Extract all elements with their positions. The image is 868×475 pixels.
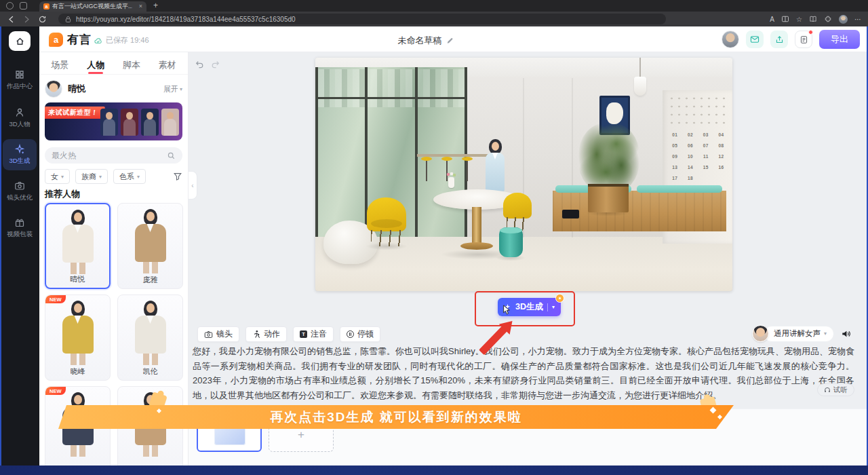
sidebar-item-3d-characters[interactable]: 3D人物 [3,102,37,134]
character-figure [46,208,109,276]
edit-pencil-icon[interactable] [446,37,454,45]
sidebar-item-label: 3D生成 [9,157,30,166]
promo-banner[interactable]: 来试试新造型！ [45,102,182,140]
tab-close-icon[interactable]: × [139,3,142,10]
camera-icon [204,330,213,339]
promo-thumb[interactable] [121,109,138,136]
favorites-star-icon[interactable]: ☆ [796,16,802,23]
titlebar-profile-icon[interactable] [6,2,14,10]
character-card-kailun[interactable]: 凯伦 [117,294,183,381]
voice-label: 通用讲解女声 [774,328,821,339]
url-input[interactable] [76,16,660,23]
tab-label: 场景 [51,60,68,70]
flower-vase [448,177,454,188]
save-status-text: 已保存 19:46 [106,35,149,45]
filter-color[interactable]: 色系▾ [113,169,146,184]
promo-ribbon: 来试试新造型！ [45,107,104,119]
tab-script[interactable]: 脚本 [114,55,150,74]
preview-canvas[interactable]: 010203040506070809101112131415161718 [315,58,732,291]
tab-label: 人物 [87,60,104,70]
promo-thumb[interactable] [100,109,118,136]
reload-icon[interactable] [38,15,47,24]
funnel-filter-icon[interactable] [173,172,182,181]
redo-icon[interactable] [211,59,221,69]
promo-thumb[interactable] [141,109,159,136]
search-icon[interactable] [167,151,176,160]
message-button[interactable] [746,31,764,48]
browser-tab[interactable]: a 有言一站式AIGC视频生成平... × [39,1,146,12]
back-icon[interactable] [7,15,16,24]
address-bar[interactable] [58,14,666,24]
locker-number: 02 [684,132,698,137]
expand-toggle[interactable]: 展开▾ [163,84,182,94]
character-card-qingyue[interactable]: 晴悦 [45,203,111,289]
browser-profile-avatar[interactable] [839,15,848,24]
sidebar-item-label: 作品中心 [7,82,33,91]
pause-button[interactable]: 停顿 [340,326,380,342]
tab-assets[interactable]: 素材 [149,55,185,74]
drafts-button[interactable] [795,31,812,48]
frame-bottom-strip [0,466,868,475]
extensions-puzzle-icon[interactable] [824,15,832,23]
tab-scene[interactable]: 场景 [42,55,78,74]
speaker-icon[interactable] [841,329,852,339]
split-screen-icon[interactable] [781,15,789,23]
tool-label: 动作 [264,328,280,340]
lock-icon [64,16,72,23]
titlebar-layout-icon[interactable] [20,2,27,10]
panel-tabs: 场景 人物 脚本 素材 [39,55,188,75]
forward-icon[interactable] [22,15,31,24]
sidebar-item-works-center[interactable]: 作品中心 [3,64,37,96]
script-text[interactable]: 您好，我是小力宠物有限公司的销售总监，陈雪霏。你也可以叫我Shirley。我们公… [193,344,854,402]
character-card-xiaofeng[interactable]: NEW 晓峰 [45,294,111,381]
user-avatar[interactable] [722,31,739,48]
sparkle-icon [14,144,25,155]
locker-number: 04 [714,132,728,137]
office-scene: 010203040506070809101112131415161718 [315,58,732,291]
notification-dot [808,30,813,35]
locker-number: 10 [684,154,698,159]
promo-thumb[interactable] [161,109,179,136]
current-character-row: 晴悦 展开▾ [45,79,182,98]
search-bar[interactable] [45,147,182,164]
tab-character[interactable]: 人物 [78,55,114,74]
sidebar-item-label: 视频包装 [7,230,33,239]
panel-collapse-handle[interactable]: ‹ [189,171,197,200]
read-aloud-icon[interactable]: A [770,16,774,23]
listen-preview-button[interactable]: 试听 [817,383,854,396]
sidebar-item-3d-generate[interactable]: 3D生成 [3,139,37,170]
search-input[interactable] [52,151,167,160]
collections-icon[interactable] [809,15,817,23]
action-button[interactable]: 动作 [245,326,287,342]
locker-number: 07 [699,143,713,148]
phonetic-button[interactable]: T 注音 [293,326,334,342]
locker-number: 14 [684,165,698,170]
card-name: 晴悦 [46,274,109,284]
chevron-down-icon: ▾ [180,86,182,92]
export-button[interactable]: 导出 [819,30,860,49]
voice-selector[interactable]: 通用讲解女声 ▾ [764,326,834,342]
filter-ethnicity[interactable]: 族裔▾ [75,169,108,184]
grid-icon [14,69,25,80]
settings-more-icon[interactable]: ⋯ [854,16,861,23]
tab-favicon: a [43,3,50,10]
plus-icon: + [298,428,304,442]
character-card-pangya[interactable]: 庞雅 [117,203,183,289]
undo-icon[interactable] [194,59,204,69]
plant [578,123,639,193]
sidebar-item-video-package[interactable]: 视频包装 [3,212,37,244]
voice-avatar[interactable] [752,325,769,342]
generate-badge-icon [555,294,564,303]
locker-number: 06 [684,143,698,148]
app-logo[interactable]: a 有言 [49,32,92,48]
sidebar-item-lens-optimize[interactable]: 镜头优化 [3,176,37,207]
tool-label: 停顿 [357,328,374,340]
chevron-down-icon[interactable]: ▾ [552,304,555,310]
share-button[interactable] [770,31,788,48]
new-tab-button[interactable]: + [153,1,158,10]
character-avatar[interactable] [45,80,62,98]
camera-shot-button[interactable]: 镜头 [197,326,239,342]
character-figure [45,299,110,367]
filter-gender[interactable]: 女▾ [45,169,70,184]
home-button[interactable] [9,31,31,51]
